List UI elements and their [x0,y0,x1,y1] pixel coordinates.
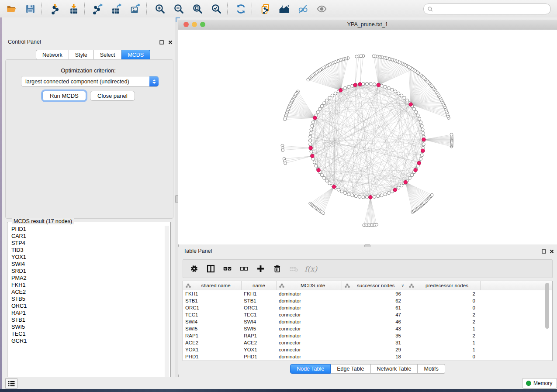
cell-shared-name: PHD1 [183,354,242,359]
search-field[interactable] [423,3,551,14]
float-panel-icon[interactable] [159,39,164,45]
table-row[interactable]: YOX1YOX1connector291 [183,346,552,353]
cell-MCDS-role: dominator [277,319,342,324]
table-row[interactable]: STB1STB1dominator620 [183,297,552,304]
table-row[interactable]: SWI5SWI5connector431 [183,325,552,332]
columns-icon[interactable] [205,263,216,275]
close-table-panel-icon[interactable] [549,248,554,254]
cell-MCDS-role: connector [277,347,342,352]
table-row[interactable]: ACE2ACE2connector311 [183,339,552,346]
cell-shared-name: SWI4 [183,319,242,324]
mcds-result-item[interactable]: PMA2 [11,275,165,282]
node-table[interactable]: shared namename MCDS role successor node… [183,281,553,361]
add-icon[interactable] [255,263,266,275]
save-icon [25,3,36,14]
cell-successor-nodes: 43 [342,326,406,331]
export-image-button[interactable] [129,3,142,15]
zoom-fit-button[interactable] [191,3,204,15]
tab-network-table[interactable]: Network Table [371,364,418,374]
column-type-icon [345,283,350,288]
mcds-result-item[interactable]: CAR1 [11,233,165,240]
mcds-result-list[interactable]: PHD1CAR1STP4TID3YOX1SWI4SRD1PMA2FKH1ACE2… [8,226,165,379]
network-graph[interactable] [178,30,557,244]
control-panel: Control Panel NetworkStyleSelectMCDS Opt… [2,17,175,377]
open-button[interactable] [5,3,17,15]
mcds-result-item[interactable]: SRD1 [11,268,165,275]
import-network-button[interactable] [48,3,61,15]
import-network-icon [49,3,60,14]
task-history-button[interactable] [5,378,17,389]
tab-motifs[interactable]: Motifs [418,364,445,374]
close-panel-button[interactable]: Close panel [90,91,135,101]
mcds-result-item[interactable]: RAP1 [11,309,165,316]
table-row[interactable]: RAP1RAP1dominator352 [183,332,552,339]
toolbar-separator [252,3,252,14]
mcds-result-item[interactable]: TEC1 [11,330,165,337]
toolbar-separator [227,3,228,14]
mcds-result-item[interactable]: FKH1 [11,282,165,289]
refresh-button[interactable] [235,3,247,15]
cell-predecessor-nodes: 0 [406,354,481,359]
mcds-result-scrollbar[interactable] [165,226,169,379]
delete-icon[interactable] [271,263,283,275]
network-window-titlebar[interactable]: YPA_prune.txt_1 [178,20,557,30]
share-document-button[interactable] [259,3,271,15]
export-network-button[interactable] [92,3,104,15]
import-table-button[interactable] [67,3,80,15]
table-scrollbar[interactable] [545,283,550,358]
tab-network[interactable]: Network [36,50,69,60]
table-row[interactable]: TEC1TEC1connector472 [183,311,552,318]
search-input[interactable] [433,6,550,12]
mcds-result-item[interactable]: STP4 [11,240,165,247]
run-mcds-button[interactable]: Run MCDS [42,91,86,101]
tab-select[interactable]: Select [94,50,122,60]
zoom-out-button[interactable] [173,3,185,15]
mcds-result-item[interactable]: TID3 [11,247,165,254]
tab-style[interactable]: Style [69,50,94,60]
table-scrollbar-thumb[interactable] [545,283,549,329]
cell-MCDS-role: dominator [277,333,342,338]
network-title: YPA_prune.txt_1 [178,21,557,28]
table-row[interactable]: PHD1PHD1dominator180 [183,353,552,360]
tab-mcds[interactable]: MCDS [121,50,150,60]
column-header-successor-nodes[interactable]: successor nodes∨ [342,281,406,290]
hide-button[interactable] [297,3,309,15]
deselect-all-icon[interactable] [238,263,249,275]
criterion-dropdown[interactable]: largest connected component (undirected) [21,76,159,87]
export-table-button[interactable] [111,3,123,15]
close-panel-icon[interactable] [167,39,173,45]
zoom-selected-icon [211,3,222,14]
mcds-result-item[interactable]: STB5 [11,296,165,303]
mcds-result-item[interactable]: SWI4 [11,261,165,268]
column-header-MCDS-role[interactable]: MCDS role [277,281,342,290]
save-button[interactable] [24,3,36,15]
zoom-in-button[interactable] [154,3,166,15]
float-table-panel-icon[interactable] [541,248,547,254]
tab-node-table[interactable]: Node Table [290,364,331,374]
mcds-result-item[interactable]: STB1 [11,316,165,323]
table-row[interactable]: FKH1FKH1dominator962 [183,290,552,297]
cell-shared-name: FKH1 [183,291,242,296]
column-header-name[interactable]: name [242,281,277,290]
cell-MCDS-role: dominator [277,298,342,303]
column-header-shared-name[interactable]: shared name [183,281,242,290]
settings-icon[interactable] [188,263,200,275]
mcds-result-item[interactable]: GCR1 [11,337,165,344]
mcds-result-item[interactable]: YOX1 [11,254,165,261]
tab-edge-table[interactable]: Edge Table [331,364,370,374]
cell-predecessor-nodes: 1 [406,347,481,352]
zoom-selected-button[interactable] [210,3,222,15]
select-all-icon[interactable] [221,263,233,275]
toolbar-separator [41,3,42,14]
table-row[interactable]: SWI4SWI4dominator462 [183,318,552,325]
table-row[interactable]: ORC1ORC1dominator610 [183,304,552,311]
houses-button[interactable] [278,3,290,15]
mcds-result-item[interactable]: SWI5 [11,323,165,330]
column-header-predecessor-nodes[interactable]: predecessor nodes [406,281,481,290]
memory-button[interactable]: Memory [522,378,557,389]
network-view-canvas[interactable] [178,30,557,244]
mcds-result-item[interactable]: ACE2 [11,289,165,296]
mcds-result-item[interactable]: ORC1 [11,303,165,309]
show-button[interactable] [315,3,328,15]
mcds-result-item[interactable]: PHD1 [11,226,165,233]
